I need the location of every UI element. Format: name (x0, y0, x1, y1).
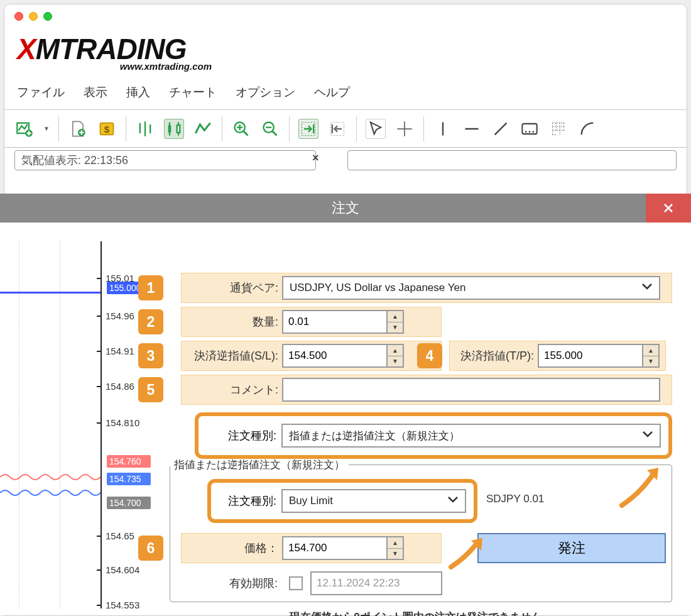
cursor-icon[interactable] (366, 119, 386, 139)
arrow-icon (616, 461, 666, 512)
expiry-label: 有効期限: (181, 576, 281, 591)
svg-text:$: $ (104, 123, 110, 134)
price-tag: 154.760 (107, 455, 151, 468)
bar-chart-icon[interactable] (135, 119, 155, 139)
scroll-start-icon[interactable] (327, 119, 347, 139)
svg-rect-6 (177, 125, 180, 133)
callout-badge-5: 5 (138, 377, 163, 402)
price-stepper[interactable]: ▲▼ (386, 536, 404, 560)
zoom-in-icon[interactable] (231, 119, 251, 139)
menu-insert[interactable]: 挿入 (126, 84, 150, 101)
vertical-line-icon[interactable] (433, 119, 453, 139)
horizontal-line-icon[interactable] (462, 119, 482, 139)
brand-area: XMTRADING www.xmtrading.com (4, 28, 687, 77)
bottom-note: 現在価格から0ポイント圏内の注文は発注できません。 (151, 610, 691, 616)
pair-label: 通貨ペア: (182, 280, 282, 295)
toolbar: ▼ $ (4, 110, 687, 148)
zoom-window-button[interactable] (43, 12, 52, 21)
close-panel-icon[interactable]: × (312, 151, 319, 165)
y-tick: 154.810 (102, 417, 151, 428)
trend-line-icon[interactable] (491, 119, 511, 139)
tp-label: 決済指値(T/P): (450, 348, 538, 363)
minimize-window-button[interactable] (29, 12, 38, 21)
callout-badge-1: 1 (138, 275, 163, 300)
shape-icon[interactable] (577, 119, 597, 139)
sl-stepper[interactable]: ▲▼ (386, 344, 404, 368)
price-input[interactable]: 154.700 (282, 536, 388, 560)
callout-badge-4: 4 (417, 343, 442, 368)
dialog-title-bar: 注文 (0, 194, 691, 223)
currency-icon[interactable]: $ (97, 119, 117, 139)
comment-label: コメント: (182, 382, 282, 397)
tp-input[interactable]: 155.000 (538, 344, 643, 368)
scroll-end-icon[interactable] (298, 119, 318, 139)
y-tick: 154.604 (102, 564, 151, 575)
order-type-label: 注文種別: (206, 428, 281, 443)
zoom-out-icon[interactable] (260, 119, 280, 139)
order-form: 通貨ペア: USDJPY, US Dollar vs Japanese Yen … (151, 223, 691, 615)
pair-select[interactable]: USDJPY, US Dollar vs Japanese Yen (282, 276, 660, 300)
chart-preview: 155.01155.000154.96154.91154.86154.81015… (0, 223, 151, 615)
dialog-close-button[interactable] (646, 194, 691, 223)
titlebar (4, 4, 687, 28)
callout-badge-6: 6 (138, 536, 163, 561)
line-chart-icon[interactable] (193, 119, 213, 139)
quote-time: 気配値表示: 22:13:56 (21, 153, 128, 168)
dialog-title: 注文 (332, 199, 359, 217)
text-label-icon[interactable] (520, 119, 540, 139)
sl-label: 決済逆指値(S/L): (182, 348, 282, 363)
sub-header: 気配値表示: 22:13:56 × (4, 148, 687, 170)
qty-stepper[interactable]: ▲▼ (386, 310, 404, 334)
svg-point-14 (532, 131, 534, 133)
svg-point-13 (529, 131, 531, 133)
crosshair-icon[interactable] (394, 119, 415, 139)
pending-type-label: 注文種別: (219, 493, 281, 509)
menu-file[interactable]: ファイル (17, 84, 65, 101)
menubar: ファイル 表示 挿入 チャート オプション ヘルプ (4, 77, 687, 110)
candle-chart-icon[interactable] (164, 119, 184, 139)
callout-badge-2: 2 (138, 309, 163, 334)
price-label: 価格： (182, 541, 282, 556)
chevron-down-icon (641, 282, 653, 294)
svg-rect-5 (168, 125, 171, 133)
qty-input[interactable]: 0.01 (282, 310, 388, 334)
close-window-button[interactable] (14, 12, 23, 21)
chevron-down-icon (642, 429, 653, 442)
price-tag: 154.735 (107, 473, 151, 485)
order-dialog: 注文 155.01155.000154.96154.91154.86154.81… (0, 194, 691, 615)
submit-order-button[interactable]: 発注 (477, 533, 666, 563)
comment-input[interactable] (282, 378, 660, 402)
brand-logo: XMTRADING (17, 35, 674, 63)
order-type-select[interactable]: 指値または逆指値注文（新規注文） (281, 424, 661, 448)
expiry-checkbox[interactable] (289, 576, 303, 590)
menu-chart[interactable]: チャート (169, 84, 217, 101)
grid-icon[interactable] (548, 119, 569, 139)
pending-info: SDJPY 0.01 (486, 493, 544, 505)
sl-input[interactable]: 154.500 (282, 344, 388, 368)
price-tag: 154.700 (107, 497, 151, 509)
tp-stepper[interactable]: ▲▼ (642, 344, 660, 368)
chevron-down-icon (447, 495, 459, 507)
new-document-icon[interactable] (68, 119, 88, 139)
y-tick: 154.553 (102, 600, 151, 610)
pending-group-label: 指値または逆指値注文（新規注文） (170, 458, 349, 472)
expiry-input[interactable]: 12.11.2024 22:23 (310, 571, 442, 595)
qty-label: 数量: (182, 314, 282, 329)
callout-badge-3: 3 (138, 343, 163, 368)
svg-point-12 (525, 131, 527, 133)
pending-type-select[interactable]: Buy Limit (281, 489, 466, 513)
menu-option[interactable]: オプション (236, 84, 295, 101)
menu-view[interactable]: 表示 (84, 84, 107, 101)
menu-help[interactable]: ヘルプ (314, 84, 350, 101)
arrow-icon (446, 534, 490, 572)
new-chart-icon[interactable] (14, 119, 35, 139)
